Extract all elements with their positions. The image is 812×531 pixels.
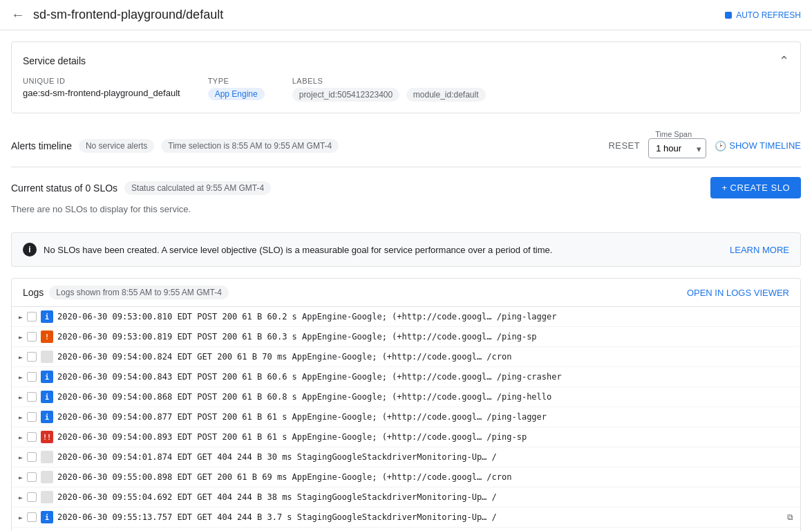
- back-button[interactable]: ←: [11, 7, 25, 23]
- log-row: ► ! 2020-06-30 09:53:00.819 EDT POST 200…: [12, 327, 800, 347]
- type-value: App Engine: [208, 88, 265, 100]
- alerts-right: RESET Time Span 1 hour 6 hours 1 day 1 w…: [608, 133, 801, 158]
- log-text: 2020-06-30 09:54:01.874 EDT GET 404 244 …: [57, 452, 793, 462]
- log-checkbox[interactable]: [27, 412, 37, 422]
- expand-icon[interactable]: ►: [19, 454, 23, 461]
- log-row: ► !! 2020-06-30 09:54:00.893 EDT POST 20…: [12, 427, 800, 447]
- log-level-badge: [41, 351, 53, 363]
- show-timeline-label: SHOW TIMELINE: [729, 140, 801, 151]
- expand-icon[interactable]: ►: [19, 494, 23, 501]
- log-text: 2020-06-30 09:54:00.893 EDT POST 200 61 …: [57, 432, 793, 442]
- log-level-badge: i: [41, 411, 53, 423]
- alerts-section: Alerts timeline No service alerts Time s…: [11, 124, 801, 167]
- no-alerts-badge: No service alerts: [79, 139, 154, 153]
- time-span-wrapper: Time Span 1 hour 6 hours 1 day 1 week ▾: [648, 136, 706, 158]
- expand-icon[interactable]: ►: [19, 373, 23, 381]
- log-text: 2020-06-30 09:55:04.692 EDT GET 404 244 …: [57, 492, 793, 502]
- slo-title-row: Current status of 0 SLOs Status calculat…: [11, 181, 271, 195]
- log-level-badge: [41, 491, 53, 503]
- log-row: ► i 2020-06-30 09:53:00.810 EDT POST 200…: [12, 307, 800, 327]
- log-row: ► i 2020-06-30 09:54:00.843 EDT POST 200…: [12, 367, 800, 387]
- log-row: ► 2020-06-30 09:55:04.692 EDT GET 404 24…: [12, 487, 800, 507]
- log-level-badge: i: [41, 310, 53, 323]
- main-content: Service details ⌃ UNIQUE ID gae:sd-sm-fr…: [0, 41, 812, 531]
- log-checkbox[interactable]: [27, 492, 37, 502]
- labels-value: project_id:505412323400 module_id:defaul…: [292, 88, 490, 102]
- log-text: 2020-06-30 09:54:00.877 EDT POST 200 61 …: [57, 412, 793, 422]
- time-span-select[interactable]: 1 hour 6 hours 1 day 1 week: [649, 139, 706, 158]
- expand-icon[interactable]: ►: [19, 514, 23, 521]
- expand-icon[interactable]: ►: [19, 353, 23, 361]
- expand-icon[interactable]: ►: [19, 413, 23, 421]
- log-level-badge: !: [41, 330, 53, 343]
- info-icon: i: [23, 243, 37, 257]
- external-link-icon[interactable]: ⧉: [787, 512, 793, 522]
- type-chip: App Engine: [208, 88, 265, 100]
- learn-more-button[interactable]: LEARN MORE: [730, 245, 789, 255]
- unique-id-col: UNIQUE ID gae:sd-sm-frontend-playground_…: [23, 77, 180, 98]
- no-slo-text: There are no SLOs to display for this se…: [11, 204, 801, 214]
- card-title: Service details: [23, 55, 86, 66]
- info-banner: i No SLOs have been created. A service l…: [11, 232, 801, 267]
- service-details-row: UNIQUE ID gae:sd-sm-frontend-playground_…: [23, 77, 789, 102]
- labels-col: LABELS project_id:505412323400 module_id…: [292, 77, 490, 102]
- header-left: ← sd-sm-frontend-playground/default: [11, 7, 223, 23]
- logs-list: ► i 2020-06-30 09:53:00.810 EDT POST 200…: [12, 307, 800, 531]
- status-badge: Status calculated at 9:55 AM GMT-4: [124, 181, 271, 195]
- log-text: 2020-06-30 09:55:00.898 EDT GET 200 61 B…: [57, 472, 793, 482]
- labels-label: LABELS: [292, 77, 490, 85]
- expand-icon[interactable]: ►: [19, 333, 23, 341]
- time-span-select-wrapper: 1 hour 6 hours 1 day 1 week ▾: [648, 138, 706, 158]
- log-row: ► 2020-06-30 09:55:00.898 EDT GET 200 61…: [12, 467, 800, 487]
- log-text: 2020-06-30 09:53:00.819 EDT POST 200 61 …: [57, 332, 793, 342]
- log-checkbox[interactable]: [27, 452, 37, 462]
- log-level-badge: [41, 471, 53, 483]
- log-row: ► i 2020-06-30 09:54:00.868 EDT POST 200…: [12, 387, 800, 407]
- log-text: 2020-06-30 09:54:00.868 EDT POST 200 61 …: [57, 392, 793, 402]
- info-banner-left: i No SLOs have been created. A service l…: [23, 243, 552, 257]
- label-chip-1: project_id:505412323400: [292, 88, 399, 102]
- log-text: 2020-06-30 09:54:00.824 EDT GET 200 61 B…: [57, 352, 793, 362]
- log-checkbox[interactable]: [27, 512, 37, 522]
- open-logs-button[interactable]: OPEN IN LOGS VIEWER: [687, 288, 789, 298]
- expand-icon[interactable]: ►: [19, 313, 23, 321]
- logs-header: Logs Logs shown from 8:55 AM to 9:55 AM …: [12, 279, 800, 307]
- slo-section: Current status of 0 SLOs Status calculat…: [11, 167, 801, 225]
- logs-section: Logs Logs shown from 8:55 AM to 9:55 AM …: [11, 278, 801, 531]
- type-label: TYPE: [208, 77, 265, 85]
- log-checkbox[interactable]: [27, 332, 37, 342]
- expand-icon[interactable]: ►: [19, 474, 23, 481]
- log-row: ► i 2020-06-30 09:54:00.877 EDT POST 200…: [12, 407, 800, 427]
- log-level-badge: i: [41, 511, 53, 523]
- log-checkbox[interactable]: [27, 432, 37, 442]
- log-checkbox[interactable]: [27, 312, 37, 322]
- header: ← sd-sm-frontend-playground/default AUTO…: [0, 0, 812, 30]
- label1-value: 505412323400: [337, 90, 393, 100]
- log-level-badge: i: [41, 391, 53, 403]
- create-slo-button[interactable]: + CREATE SLO: [710, 177, 801, 198]
- log-checkbox[interactable]: [27, 472, 37, 482]
- show-timeline-button[interactable]: 🕑 SHOW TIMELINE: [715, 140, 801, 151]
- log-checkbox[interactable]: [27, 352, 37, 362]
- unique-id-label: UNIQUE ID: [23, 77, 180, 85]
- log-checkbox[interactable]: [27, 392, 37, 402]
- slo-header-row: Current status of 0 SLOs Status calculat…: [11, 177, 801, 198]
- page-title: sd-sm-frontend-playground/default: [33, 8, 223, 22]
- time-selection-badge: Time selection is 8:55 AM to 9:55 AM GMT…: [161, 139, 339, 153]
- alerts-title: Alerts timeline: [11, 140, 72, 151]
- collapse-button[interactable]: ⌃: [779, 53, 789, 68]
- expand-icon[interactable]: ►: [19, 393, 23, 401]
- log-checkbox[interactable]: [27, 372, 37, 382]
- expand-icon[interactable]: ►: [19, 434, 23, 441]
- label1-key: project_id:: [299, 90, 337, 100]
- reset-button[interactable]: RESET: [608, 140, 640, 151]
- auto-refresh-button[interactable]: AUTO REFRESH: [725, 10, 801, 20]
- log-row: ► 2020-06-30 09:54:01.874 EDT GET 404 24…: [12, 447, 800, 467]
- slo-title: Current status of 0 SLOs: [11, 183, 117, 194]
- auto-refresh-indicator: [725, 12, 732, 19]
- log-row: ► i 2020-06-30 09:55:13.757 EDT GET 404 …: [12, 507, 800, 528]
- logs-title: Logs: [23, 287, 44, 298]
- type-col: TYPE App Engine: [208, 77, 265, 100]
- log-text: 2020-06-30 09:55:13.757 EDT GET 404 244 …: [57, 512, 783, 522]
- auto-refresh-label: AUTO REFRESH: [736, 10, 801, 20]
